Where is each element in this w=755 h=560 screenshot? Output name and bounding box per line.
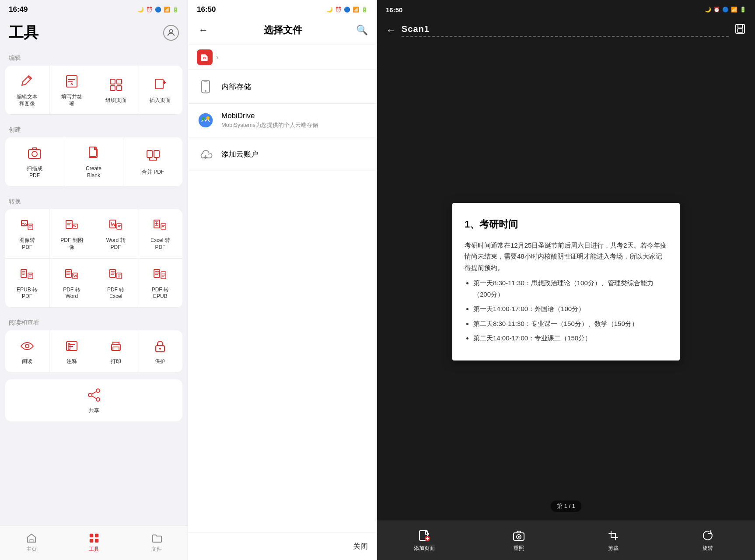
svg-rect-11: [154, 150, 159, 158]
time-2: 16:50: [197, 5, 216, 14]
tool-edit-text-label: 编辑文本和图像: [17, 94, 38, 107]
img-pdf-icon: [18, 216, 36, 234]
profile-icon[interactable]: [163, 25, 179, 41]
section-create-label: 创建: [5, 122, 182, 137]
close-btn[interactable]: 关闭: [353, 541, 368, 551]
tool-word-pdf-label: Word 转PDF: [106, 237, 126, 251]
tool-edit-text[interactable]: 编辑文本和图像: [5, 66, 49, 115]
scan-doc-item-4: 第二天14:00-17:00：专业课二（150分）: [473, 332, 668, 344]
insert-icon: [151, 76, 169, 94]
tool-fill-sign[interactable]: 填写并签署: [49, 66, 94, 115]
scan-doc-list: 第一天8:30-11:30：思想政治理论（100分）、管理类综合能力（200分）…: [465, 277, 668, 344]
moon-icon-3: 🌙: [705, 7, 711, 13]
scan-tool-retake[interactable]: 重照: [472, 521, 566, 560]
tool-word-pdf[interactable]: Word 转PDF: [94, 209, 138, 258]
svg-rect-3: [117, 79, 122, 84]
nav-files[interactable]: 文件: [125, 525, 188, 560]
svg-rect-16: [110, 220, 115, 228]
files-footer: 关闭: [188, 532, 377, 560]
signal-icon-2: 📶: [353, 7, 359, 13]
tool-pdf-excel[interactable]: PDF 转Excel: [94, 259, 138, 308]
bluetooth-icon-2: 🔵: [344, 7, 350, 13]
svg-rect-26: [154, 270, 160, 277]
tool-print[interactable]: 打印: [94, 330, 138, 373]
svg-point-48: [206, 116, 210, 119]
panel-files: 16:50 🌙 ⏰ 🔵 📶 🔋 ← 选择文件 🔍 › 内部存储: [188, 0, 377, 560]
file-item-add-cloud-info: 添加云账户: [221, 149, 368, 159]
tools-header: 工具: [0, 19, 188, 50]
excel-pdf-icon: [151, 216, 169, 234]
time-1: 16:49: [9, 5, 28, 14]
scan-tool-add-page[interactable]: 添加页面: [377, 521, 472, 560]
tool-epub-pdf[interactable]: EPUB 转PDF: [5, 259, 49, 308]
convert-grid: 图像转PDF PDF 到图像 Word 转PDF Excel 转PDF: [5, 209, 182, 307]
svg-rect-41: [94, 534, 98, 537]
edit-grid: 编辑文本和图像 填写并签署 组织页面 插入页面: [5, 66, 182, 115]
svg-rect-4: [110, 86, 115, 91]
nav-home-label: 主页: [26, 546, 37, 553]
signal-icon: 📶: [164, 7, 170, 13]
tool-scan-pdf[interactable]: 扫描成PDF: [5, 137, 64, 186]
tool-share[interactable]: 共享: [5, 379, 182, 421]
scan-tool-crop[interactable]: 剪裁: [566, 521, 661, 560]
svg-point-47: [202, 117, 205, 120]
svg-point-45: [205, 90, 206, 92]
tool-img-pdf-label: 图像转PDF: [19, 237, 35, 251]
tool-img-pdf[interactable]: 图像转PDF: [5, 209, 49, 258]
svg-point-36: [96, 389, 100, 392]
tool-pdf-word[interactable]: PDF 转Word: [49, 259, 94, 308]
tool-read[interactable]: 阅读: [5, 330, 49, 373]
nav-home[interactable]: 主页: [0, 525, 63, 560]
tool-insert-page[interactable]: 插入页面: [138, 66, 182, 115]
scan-back-btn[interactable]: ←: [386, 24, 396, 36]
file-item-mobidrive[interactable]: MobiDrive MobiSystems为您提供的个人云端存储: [188, 104, 377, 137]
scan-rotate-label: 旋转: [703, 545, 713, 552]
scan-doc-item-1: 第一天8:30-11:30：思想政治理论（100分）、管理类综合能力（200分）: [473, 277, 668, 300]
tool-create-blank[interactable]: CreateBlank: [64, 137, 123, 186]
tool-merge-pdf-label: 合并 PDF: [142, 169, 164, 176]
panel-scan: 16:50 🌙 ⏰ 🔵 📶 🔋 ← Scan1 1、考研时间 考研时间通常在12…: [377, 0, 755, 560]
file-item-mobidrive-sub: MobiSystems为您提供的个人云端存储: [221, 121, 368, 129]
battery-icon-2: 🔋: [361, 7, 368, 13]
tool-merge-pdf[interactable]: 合并 PDF: [123, 137, 182, 186]
scan-tool-rotate[interactable]: 旋转: [661, 521, 755, 560]
svg-rect-42: [89, 539, 93, 542]
tool-organize-label: 组织页面: [105, 97, 126, 104]
status-icons-3: 🌙 ⏰ 🔵 📶 🔋: [705, 7, 746, 13]
moon-icon: 🌙: [137, 7, 144, 13]
scan-crop-label: 剪裁: [608, 545, 619, 552]
read-grid: 阅读 注释 打印 保护: [5, 330, 182, 373]
lock-icon: [151, 337, 169, 355]
files-back-btn[interactable]: ←: [197, 23, 210, 38]
scan-save-btn[interactable]: [734, 23, 746, 38]
svg-rect-20: [21, 270, 27, 277]
tool-protect[interactable]: 保护: [138, 330, 182, 373]
pencil-icon: [18, 73, 36, 90]
nav-tools[interactable]: 工具: [63, 525, 125, 560]
nav-tools-label: 工具: [89, 546, 99, 553]
tool-pdf-img-label: PDF 到图像: [60, 237, 83, 251]
text-box-icon: [63, 337, 80, 355]
scan-add-page-label: 添加页面: [414, 545, 435, 552]
epub-pdf-icon: [18, 266, 36, 283]
tool-share-label: 共享: [89, 407, 99, 414]
merge-icon: [144, 148, 162, 165]
file-item-internal[interactable]: 内部存储: [188, 70, 377, 104]
tool-pdf-epub-label: PDF 转EPUB: [152, 287, 169, 300]
files-search-btn[interactable]: 🔍: [356, 24, 368, 36]
files-header: ← 选择文件 🔍: [188, 19, 377, 45]
tool-pdf-epub[interactable]: PDF 转EPUB: [138, 259, 182, 308]
bluetooth-icon-3: 🔵: [722, 7, 729, 13]
tool-excel-pdf[interactable]: Excel 转PDF: [138, 209, 182, 258]
tool-pdf-img[interactable]: PDF 到图像: [49, 209, 94, 258]
file-item-add-cloud[interactable]: 添加云账户: [188, 137, 377, 171]
tool-organize[interactable]: 组织页面: [94, 66, 138, 115]
file-item-internal-info: 内部存储: [221, 82, 368, 92]
scan-doc-item-2: 第一天14:00-17:00：外国语（100分）: [473, 303, 668, 315]
alarm-icon-2: ⏰: [335, 7, 342, 13]
scan-header: ← Scan1: [377, 19, 755, 43]
doc-icon: [85, 144, 102, 162]
tool-annotate[interactable]: 注释: [49, 330, 94, 373]
panel-tools: 16:49 🌙 ⏰ 🔵 📶 🔋 工具 编辑 编辑文本和图像: [0, 0, 188, 560]
file-list: 内部存储 MobiDrive MobiSystems为您提供的个人云端存储: [188, 70, 377, 532]
